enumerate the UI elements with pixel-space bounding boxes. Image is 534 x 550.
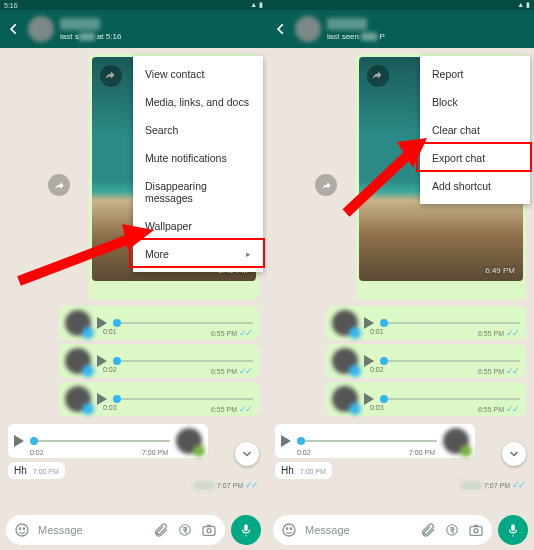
svg-point-3: [19, 528, 20, 529]
mic-icon: [82, 365, 94, 377]
read-ticks-icon: ✓✓: [506, 366, 518, 376]
back-icon[interactable]: [273, 21, 289, 37]
emoji-icon[interactable]: [281, 522, 297, 538]
forward-icon[interactable]: [104, 69, 116, 81]
status-bar: 5:16 ▲ ▮: [0, 0, 267, 10]
voice-track[interactable]: [30, 440, 170, 442]
input-bar: Message: [0, 510, 267, 550]
avatar[interactable]: [295, 16, 321, 42]
voice-duration: 0:01: [370, 328, 384, 338]
scroll-down-button[interactable]: [235, 442, 259, 466]
menu-item-view-contact[interactable]: View contact: [133, 60, 263, 88]
voice-track[interactable]: [380, 360, 520, 362]
avatar: [332, 348, 358, 374]
menu-item-media[interactable]: Media, links, and docs: [133, 88, 263, 116]
voice-message-out[interactable]: 0:026:55 PM✓✓: [326, 344, 526, 378]
voice-track[interactable]: [113, 360, 253, 362]
chat-area[interactable]: 6:49 PM 0:016:55 PM✓✓ 0:026:55 PM✓✓ 0:03…: [0, 48, 267, 510]
voice-track[interactable]: [380, 398, 520, 400]
mic-send-button[interactable]: [231, 515, 261, 545]
camera-icon[interactable]: [468, 522, 484, 538]
voice-message-out[interactable]: 0:026:55 PM✓✓: [59, 344, 259, 378]
forward-icon[interactable]: [371, 69, 383, 81]
chat-area[interactable]: 6:49 PM 0:016:55 PM✓✓ 0:026:55 PM✓✓ 0:03…: [267, 48, 534, 510]
voice-track[interactable]: [113, 398, 253, 400]
menu-item-export-chat[interactable]: Export chat: [420, 144, 530, 172]
menu-item-wallpaper[interactable]: Wallpaper: [133, 212, 263, 240]
voice-message-out[interactable]: 0:036:55 PM✓✓: [59, 382, 259, 416]
voice-track[interactable]: [297, 440, 437, 442]
voice-duration: 0:02: [370, 366, 384, 376]
menu-item-add-shortcut[interactable]: Add shortcut: [420, 172, 530, 200]
voice-track[interactable]: [113, 322, 253, 324]
menu-item-clear-chat[interactable]: Clear chat: [420, 116, 530, 144]
menu-item-block[interactable]: Block: [420, 88, 530, 116]
scroll-down-button[interactable]: [502, 442, 526, 466]
contact-block[interactable]: last seen xxxx P: [327, 18, 528, 41]
contact-block[interactable]: last sxxxx at 5:16: [60, 18, 261, 41]
mic-icon: [460, 445, 472, 457]
voice-duration: 0:02: [103, 366, 117, 376]
voice-message-in[interactable]: 0:027:00 PM: [275, 424, 475, 458]
message-placeholder: Message: [305, 524, 412, 536]
menu-item-mute[interactable]: Mute notifications: [133, 144, 263, 172]
voice-time: 6:55 PM: [211, 406, 237, 413]
svg-point-15: [474, 529, 478, 533]
avatar: [65, 310, 91, 336]
avatar[interactable]: [28, 16, 54, 42]
avatar: [332, 386, 358, 412]
share-icon[interactable]: [48, 174, 70, 196]
svg-point-12: [290, 528, 291, 529]
attach-icon[interactable]: [420, 522, 436, 538]
rupee-icon[interactable]: [177, 522, 193, 538]
voice-message-in[interactable]: 0:027:00 PM: [8, 424, 208, 458]
mic-send-button[interactable]: [498, 515, 528, 545]
voice-message-out[interactable]: 0:036:55 PM✓✓: [326, 382, 526, 416]
attach-icon[interactable]: [153, 522, 169, 538]
voice-time: 6:55 PM: [478, 330, 504, 337]
chevron-right-icon: ▸: [246, 249, 251, 259]
message-field[interactable]: Message: [273, 515, 492, 545]
svg-point-4: [23, 528, 24, 529]
svg-point-2: [16, 524, 28, 536]
mic-icon: [82, 403, 94, 415]
svg-point-11: [286, 528, 287, 529]
play-icon[interactable]: [281, 435, 291, 447]
app-bar: last sxxxx at 5:16: [0, 10, 267, 48]
voice-time: 7:00 PM: [409, 449, 435, 456]
status-bar: ▲ ▮: [267, 0, 534, 10]
rupee-icon[interactable]: [444, 522, 460, 538]
voice-track[interactable]: [380, 322, 520, 324]
emoji-icon[interactable]: [14, 522, 30, 538]
avatar: [176, 428, 202, 454]
svg-rect-14: [470, 527, 482, 536]
read-ticks-icon: ✓✓: [239, 404, 251, 414]
share-icon[interactable]: [315, 174, 337, 196]
voice-message-out[interactable]: 0:016:55 PM✓✓: [59, 306, 259, 340]
menu-item-more[interactable]: More▸: [133, 240, 263, 268]
mic-icon: [349, 365, 361, 377]
play-icon[interactable]: [14, 435, 24, 447]
read-ticks-icon: ✓✓: [239, 366, 251, 376]
sent-time: 7:07 PM✓✓: [194, 480, 257, 490]
voice-duration: 0:03: [103, 404, 117, 414]
menu-item-report[interactable]: Report: [420, 60, 530, 88]
camera-icon[interactable]: [201, 522, 217, 538]
message-field[interactable]: Message: [6, 515, 225, 545]
voice-duration: 0:03: [370, 404, 384, 414]
menu-item-search[interactable]: Search: [133, 116, 263, 144]
text-message-in[interactable]: Hh 7:00 PM: [8, 462, 65, 479]
back-icon[interactable]: [6, 21, 22, 37]
voice-time: 6:55 PM: [211, 368, 237, 375]
mic-icon: [82, 327, 94, 339]
voice-message-out[interactable]: 0:016:55 PM✓✓: [326, 306, 526, 340]
app-bar: last seen xxxx P: [267, 10, 534, 48]
menu-item-disappearing[interactable]: Disappearing messages: [133, 172, 263, 212]
contact-status: last seen xxxx P: [327, 32, 528, 41]
text-message-in[interactable]: Hh 7:00 PM: [275, 462, 332, 479]
svg-point-10: [283, 524, 295, 536]
read-ticks-icon: ✓✓: [506, 404, 518, 414]
sent-time: 7:07 PM✓✓: [461, 480, 524, 490]
mic-icon: [349, 327, 361, 339]
contact-name: [60, 18, 100, 30]
